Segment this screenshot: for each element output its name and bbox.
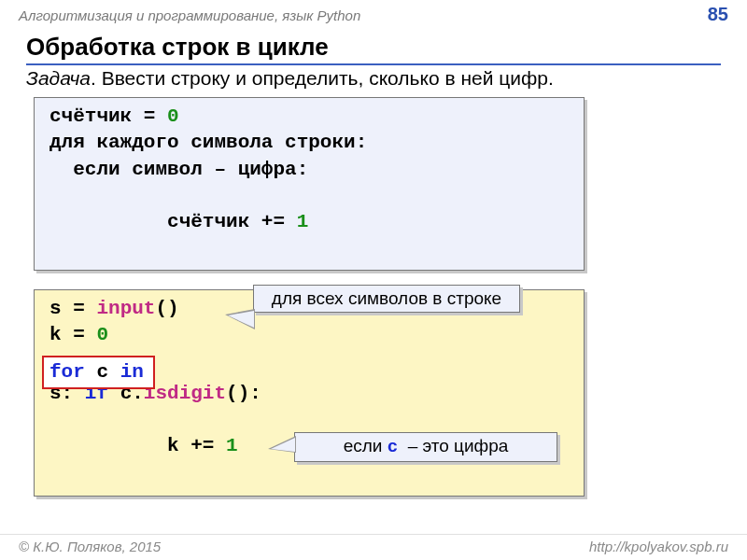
code-fn: input xyxy=(96,298,155,319)
section-title: Обработка строк в цикле xyxy=(26,33,721,65)
code-text: k = xyxy=(49,324,96,345)
code-number: 1 xyxy=(226,435,238,456)
callout-pointer-icon xyxy=(268,436,296,453)
task-body: . Ввести строку и определить, сколько в … xyxy=(91,67,554,89)
footer-copyright: © К.Ю. Поляков, 2015 xyxy=(19,539,161,554)
code-keyword: for xyxy=(49,361,85,383)
code-fn: isdigit xyxy=(144,383,226,404)
code-text: () xyxy=(155,298,178,319)
code-number: 0 xyxy=(96,324,108,345)
for-highlight: for c in xyxy=(42,356,155,389)
code-text: k += xyxy=(120,435,226,456)
code-text: c xyxy=(85,361,120,383)
task-text: Задача. Ввести строку и определить, скол… xyxy=(26,67,721,90)
pseudo-line: для каждого символа строки: xyxy=(49,130,569,156)
pseudo-line: если символ – цифра: xyxy=(49,157,569,183)
callout-text: – это цифра xyxy=(398,436,508,455)
callout-code: c xyxy=(388,437,398,457)
slide-header: Алгоритмизация и программирование, язык … xyxy=(0,0,747,27)
code-keyword: in xyxy=(120,361,144,383)
slide-body: Обработка строк в цикле Задача. Ввести с… xyxy=(0,27,747,497)
pseudocode-box: счётчик = 0 для каждого символа строки: … xyxy=(34,97,585,271)
callout-if-digit: если c – это цифра xyxy=(294,432,557,462)
python-code-box: для всех символов в строке s = input() k… xyxy=(34,289,585,497)
pseudo-text: счётчик += xyxy=(120,211,297,232)
code-text: s = xyxy=(49,298,96,319)
callout-pointer-icon xyxy=(225,309,255,329)
pseudo-number: 0 xyxy=(167,105,179,127)
code-text: (): xyxy=(226,383,261,404)
page-number: 85 xyxy=(708,4,728,25)
callout-all-symbols: для всех символов в строке xyxy=(253,285,520,313)
task-prefix: Задача xyxy=(26,67,91,89)
pseudo-line: счётчик = 0 xyxy=(49,104,569,130)
code-line: k = 0 xyxy=(49,322,569,348)
pseudo-line: счётчик += 1 xyxy=(49,183,569,262)
slide-footer: © К.Ю. Поляков, 2015 http://kpolyakov.sp… xyxy=(0,534,747,554)
header-title: Алгоритмизация и программирование, язык … xyxy=(19,7,360,23)
footer-url: http://kpolyakov.spb.ru xyxy=(589,539,728,554)
pseudo-number: 1 xyxy=(297,211,309,232)
pseudo-text: счётчик = xyxy=(49,105,167,127)
callout-text: если xyxy=(344,436,388,455)
